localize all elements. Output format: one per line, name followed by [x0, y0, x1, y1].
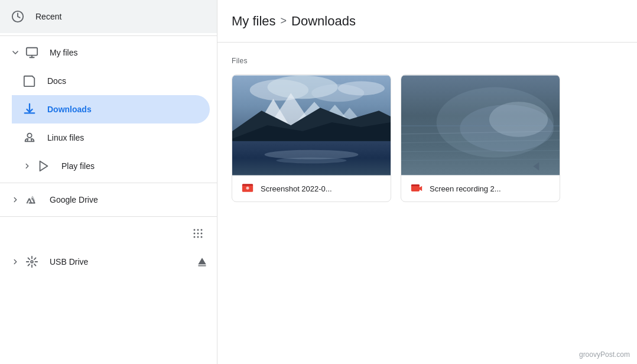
drive-chevron-icon — [9, 194, 21, 206]
svg-marker-5 — [40, 161, 48, 171]
svg-point-8 — [201, 229, 203, 231]
file-thumbnail-screenshot — [232, 75, 391, 176]
sidebar-docs-label: Docs — [47, 76, 66, 86]
svg-rect-1 — [27, 48, 37, 56]
recording-file-icon — [411, 183, 422, 194]
sidebar-divider-2 — [0, 183, 217, 183]
sidebar-item-docs[interactable]: Docs — [12, 67, 210, 95]
main-content: My files > Downloads Files — [217, 0, 637, 364]
docs-icon — [21, 73, 38, 89]
more-options-container — [0, 219, 217, 248]
sidebar-item-usb-drive[interactable]: USB Drive — [0, 248, 217, 276]
sidebar-sub-items: Docs Downloads — [0, 67, 217, 180]
svg-point-12 — [194, 236, 196, 238]
sidebar-group-my-files: My files Docs — [0, 38, 217, 180]
svg-point-9 — [194, 233, 196, 235]
play-chevron-icon — [21, 160, 33, 172]
svg-marker-47 — [420, 186, 422, 191]
svg-point-4 — [27, 134, 31, 138]
svg-point-7 — [197, 229, 199, 231]
sidebar-my-files-label: My files — [50, 48, 77, 57]
recent-icon — [9, 8, 26, 25]
screenshot-file-icon — [242, 183, 254, 194]
sidebar-usb-drive-label: USB Drive — [50, 257, 88, 266]
file-card-recording[interactable]: Screen recording 2... — [401, 74, 560, 202]
app-container: Recent My files — [0, 0, 637, 364]
sidebar-item-my-files[interactable]: My files — [0, 38, 217, 67]
breadcrumb-downloads: Downloads — [291, 14, 356, 29]
breadcrumb: My files > Downloads — [232, 14, 356, 29]
files-section-label: Files — [232, 57, 623, 65]
svg-point-32 — [276, 158, 346, 164]
files-section: Files — [217, 43, 637, 212]
main-header: My files > Downloads — [217, 0, 637, 43]
svg-marker-16 — [198, 258, 206, 264]
svg-point-10 — [197, 233, 199, 235]
sidebar-item-google-drive[interactable]: Google Drive — [0, 186, 217, 214]
sidebar-downloads-label: Downloads — [47, 105, 92, 114]
svg-point-13 — [197, 236, 199, 238]
svg-point-6 — [194, 229, 196, 231]
google-drive-icon — [24, 191, 40, 208]
svg-point-15 — [31, 261, 33, 263]
svg-point-44 — [489, 102, 548, 137]
screenshot-file-name: Screenshot 2022-0... — [261, 184, 332, 193]
sidebar: Recent My files — [0, 0, 217, 364]
sidebar-google-drive-label: Google Drive — [50, 195, 98, 204]
svg-rect-35 — [242, 184, 253, 186]
sidebar-play-files-label: Play files — [61, 161, 95, 171]
svg-point-14 — [201, 236, 203, 238]
sidebar-item-downloads[interactable]: Downloads — [12, 95, 210, 124]
sidebar-item-play-files[interactable]: Play files — [12, 152, 217, 180]
usb-drive-icon — [24, 254, 40, 270]
sidebar-divider-3 — [0, 216, 217, 217]
svg-rect-48 — [411, 184, 420, 186]
chevron-down-icon — [9, 47, 21, 58]
sidebar-item-recent[interactable]: Recent — [0, 0, 217, 33]
recording-file-name: Screen recording 2... — [430, 184, 501, 193]
sidebar-linux-label: Linux files — [47, 133, 84, 142]
watermark: groovyPost.com — [579, 349, 630, 359]
grid-dots-icon[interactable] — [188, 224, 207, 243]
file-card-screenshot[interactable]: Screenshot 2022-0... — [232, 74, 391, 202]
file-thumbnail-recording — [401, 75, 560, 176]
sidebar-item-linux-files[interactable]: Linux files — [12, 124, 210, 152]
breadcrumb-separator: > — [281, 15, 287, 27]
svg-rect-17 — [198, 265, 206, 266]
sidebar-recent-label: Recent — [35, 12, 61, 21]
my-files-icon — [24, 44, 40, 61]
svg-point-22 — [338, 82, 385, 96]
usb-chevron-icon — [9, 256, 21, 268]
sidebar-divider-1 — [0, 35, 217, 36]
eject-icon[interactable] — [197, 256, 207, 267]
file-grid: Screenshot 2022-0... — [232, 74, 623, 202]
svg-point-11 — [201, 233, 203, 235]
linux-files-icon — [21, 129, 38, 146]
downloads-icon — [21, 101, 38, 118]
breadcrumb-my-files[interactable]: My files — [232, 14, 276, 29]
play-files-icon — [35, 158, 52, 174]
file-info-recording: Screen recording 2... — [401, 176, 560, 202]
file-info-screenshot: Screenshot 2022-0... — [232, 176, 391, 202]
svg-point-34 — [246, 187, 249, 190]
